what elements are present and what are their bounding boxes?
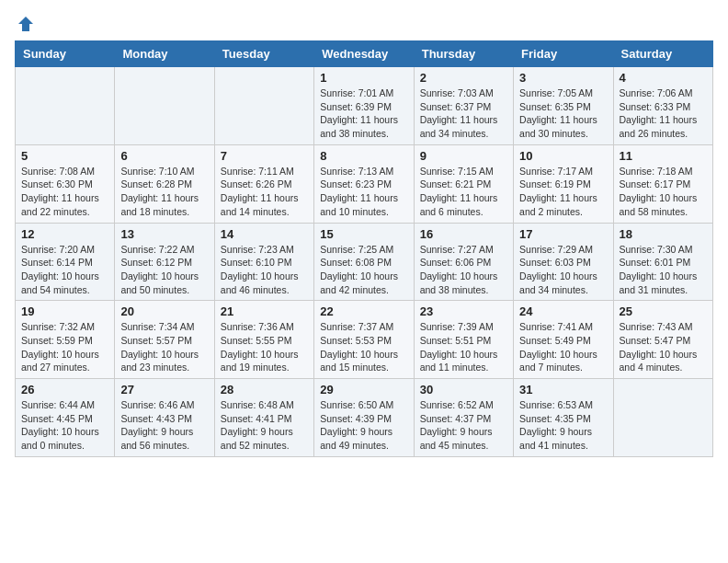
day-info: Sunrise: 6:52 AM Sunset: 4:37 PM Dayligh…	[420, 398, 507, 453]
day-info: Sunrise: 7:22 AM Sunset: 6:12 PM Dayligh…	[120, 243, 208, 297]
day-info: Sunrise: 7:05 AM Sunset: 6:35 PM Dayligh…	[519, 86, 607, 141]
calendar-cell: 6Sunrise: 7:10 AM Sunset: 6:28 PM Daylig…	[115, 144, 214, 223]
calendar-cell: 21Sunrise: 7:36 AM Sunset: 5:55 PM Dayli…	[214, 301, 313, 379]
day-number: 19	[21, 304, 108, 318]
day-number: 4	[620, 71, 707, 85]
day-info: Sunrise: 6:48 AM Sunset: 4:41 PM Dayligh…	[221, 398, 308, 453]
calendar-cell: 28Sunrise: 6:48 AM Sunset: 4:41 PM Dayli…	[214, 379, 313, 457]
column-header-thursday: Thursday	[414, 41, 513, 67]
calendar-cell: 18Sunrise: 7:30 AM Sunset: 6:01 PM Dayli…	[613, 223, 712, 301]
day-number: 18	[620, 227, 707, 241]
calendar-cell: 31Sunrise: 6:53 AM Sunset: 4:35 PM Dayli…	[514, 379, 613, 457]
calendar-cell: 29Sunrise: 6:50 AM Sunset: 4:39 PM Dayli…	[314, 379, 414, 457]
day-info: Sunrise: 6:46 AM Sunset: 4:43 PM Dayligh…	[120, 398, 208, 453]
day-number: 31	[519, 383, 607, 396]
column-header-sunday: Sunday	[16, 41, 115, 67]
calendar-cell: 25Sunrise: 7:43 AM Sunset: 5:47 PM Dayli…	[613, 301, 712, 379]
day-number: 23	[420, 304, 507, 318]
calendar-cell: 10Sunrise: 7:17 AM Sunset: 6:19 PM Dayli…	[514, 144, 613, 223]
day-info: Sunrise: 7:43 AM Sunset: 5:47 PM Dayligh…	[620, 320, 707, 374]
day-info: Sunrise: 7:29 AM Sunset: 6:03 PM Dayligh…	[519, 243, 607, 297]
day-number: 22	[320, 304, 407, 318]
day-number: 24	[519, 304, 607, 318]
column-header-tuesday: Tuesday	[214, 41, 313, 67]
calendar-cell	[16, 67, 115, 145]
calendar-cell	[115, 67, 214, 145]
day-info: Sunrise: 7:01 AM Sunset: 6:39 PM Dayligh…	[320, 86, 407, 141]
column-header-saturday: Saturday	[613, 41, 712, 67]
calendar-cell: 3Sunrise: 7:05 AM Sunset: 6:35 PM Daylig…	[514, 67, 613, 145]
svg-marker-0	[18, 17, 33, 31]
calendar-cell: 12Sunrise: 7:20 AM Sunset: 6:14 PM Dayli…	[16, 223, 115, 301]
calendar-cell: 19Sunrise: 7:32 AM Sunset: 5:59 PM Dayli…	[16, 301, 115, 379]
day-info: Sunrise: 7:17 AM Sunset: 6:19 PM Dayligh…	[519, 165, 607, 219]
day-info: Sunrise: 7:10 AM Sunset: 6:28 PM Dayligh…	[120, 165, 208, 219]
calendar-cell: 16Sunrise: 7:27 AM Sunset: 6:06 PM Dayli…	[414, 223, 513, 301]
calendar-cell: 22Sunrise: 7:37 AM Sunset: 5:53 PM Dayli…	[314, 301, 414, 379]
day-info: Sunrise: 7:25 AM Sunset: 6:08 PM Dayligh…	[320, 243, 407, 297]
calendar-cell: 27Sunrise: 6:46 AM Sunset: 4:43 PM Dayli…	[115, 379, 214, 457]
calendar-cell: 8Sunrise: 7:13 AM Sunset: 6:23 PM Daylig…	[314, 144, 414, 223]
day-info: Sunrise: 7:13 AM Sunset: 6:23 PM Dayligh…	[320, 165, 407, 219]
day-info: Sunrise: 7:30 AM Sunset: 6:01 PM Dayligh…	[620, 243, 707, 297]
day-number: 1	[320, 71, 407, 85]
day-number: 27	[120, 383, 208, 396]
day-info: Sunrise: 6:53 AM Sunset: 4:35 PM Dayligh…	[519, 398, 607, 453]
day-number: 2	[420, 71, 507, 85]
logo	[15, 15, 35, 33]
day-info: Sunrise: 7:20 AM Sunset: 6:14 PM Dayligh…	[21, 243, 108, 297]
day-number: 10	[519, 149, 607, 163]
calendar-cell: 2Sunrise: 7:03 AM Sunset: 6:37 PM Daylig…	[414, 67, 513, 145]
calendar-cell: 23Sunrise: 7:39 AM Sunset: 5:51 PM Dayli…	[414, 301, 513, 379]
calendar-cell: 7Sunrise: 7:11 AM Sunset: 6:26 PM Daylig…	[214, 144, 313, 223]
day-number: 29	[320, 383, 407, 396]
day-info: Sunrise: 7:39 AM Sunset: 5:51 PM Dayligh…	[420, 320, 507, 374]
day-info: Sunrise: 6:50 AM Sunset: 4:39 PM Dayligh…	[320, 398, 407, 453]
calendar-cell: 17Sunrise: 7:29 AM Sunset: 6:03 PM Dayli…	[514, 223, 613, 301]
day-info: Sunrise: 7:36 AM Sunset: 5:55 PM Dayligh…	[221, 320, 308, 374]
day-number: 17	[519, 227, 607, 241]
day-number: 3	[519, 71, 607, 85]
day-number: 13	[120, 227, 208, 241]
day-info: Sunrise: 7:15 AM Sunset: 6:21 PM Dayligh…	[420, 165, 507, 219]
day-number: 9	[420, 149, 507, 163]
calendar-table: SundayMondayTuesdayWednesdayThursdayFrid…	[15, 40, 713, 457]
calendar-cell: 5Sunrise: 7:08 AM Sunset: 6:30 PM Daylig…	[16, 144, 115, 223]
day-info: Sunrise: 7:11 AM Sunset: 6:26 PM Dayligh…	[221, 165, 308, 219]
day-number: 6	[120, 149, 208, 163]
calendar-cell: 14Sunrise: 7:23 AM Sunset: 6:10 PM Dayli…	[214, 223, 313, 301]
day-number: 28	[221, 383, 308, 396]
day-number: 5	[21, 149, 108, 163]
calendar-cell: 20Sunrise: 7:34 AM Sunset: 5:57 PM Dayli…	[115, 301, 214, 379]
column-header-wednesday: Wednesday	[314, 41, 414, 67]
day-number: 20	[120, 304, 208, 318]
logo-icon	[17, 15, 35, 33]
day-info: Sunrise: 7:32 AM Sunset: 5:59 PM Dayligh…	[21, 320, 108, 374]
day-info: Sunrise: 7:03 AM Sunset: 6:37 PM Dayligh…	[420, 86, 507, 141]
calendar-cell	[613, 379, 712, 457]
day-info: Sunrise: 7:37 AM Sunset: 5:53 PM Dayligh…	[320, 320, 407, 374]
calendar-cell: 24Sunrise: 7:41 AM Sunset: 5:49 PM Dayli…	[514, 301, 613, 379]
day-info: Sunrise: 7:18 AM Sunset: 6:17 PM Dayligh…	[620, 165, 707, 219]
day-number: 14	[221, 227, 308, 241]
calendar-cell	[214, 67, 313, 145]
column-header-monday: Monday	[115, 41, 214, 67]
day-number: 25	[620, 304, 707, 318]
calendar-week-row: 1Sunrise: 7:01 AM Sunset: 6:39 PM Daylig…	[16, 67, 713, 145]
day-number: 12	[21, 227, 108, 241]
calendar-cell: 30Sunrise: 6:52 AM Sunset: 4:37 PM Dayli…	[414, 379, 513, 457]
day-number: 16	[420, 227, 507, 241]
day-info: Sunrise: 7:34 AM Sunset: 5:57 PM Dayligh…	[120, 320, 208, 374]
day-number: 7	[221, 149, 308, 163]
column-header-friday: Friday	[514, 41, 613, 67]
day-info: Sunrise: 7:06 AM Sunset: 6:33 PM Dayligh…	[620, 86, 707, 141]
calendar-week-row: 5Sunrise: 7:08 AM Sunset: 6:30 PM Daylig…	[16, 144, 713, 223]
page-header	[15, 15, 713, 33]
calendar-cell: 11Sunrise: 7:18 AM Sunset: 6:17 PM Dayli…	[613, 144, 712, 223]
day-info: Sunrise: 7:41 AM Sunset: 5:49 PM Dayligh…	[519, 320, 607, 374]
day-number: 15	[320, 227, 407, 241]
day-info: Sunrise: 7:08 AM Sunset: 6:30 PM Dayligh…	[21, 165, 108, 219]
calendar-week-row: 26Sunrise: 6:44 AM Sunset: 4:45 PM Dayli…	[16, 379, 713, 457]
calendar-cell: 26Sunrise: 6:44 AM Sunset: 4:45 PM Dayli…	[16, 379, 115, 457]
day-number: 30	[420, 383, 507, 396]
